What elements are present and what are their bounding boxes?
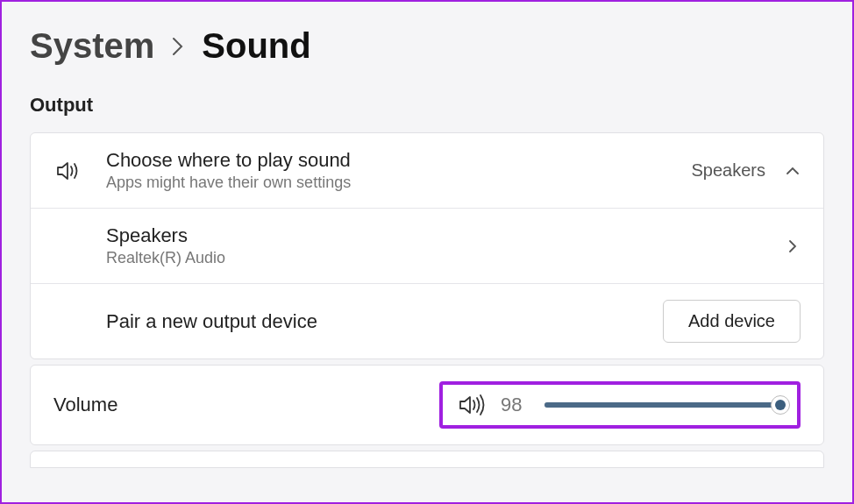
breadcrumb: System Sound [30, 26, 824, 66]
output-selected-value: Speakers [692, 160, 766, 181]
output-expander-row[interactable]: Choose where to play sound Apps might ha… [31, 133, 823, 209]
speaker-icon [53, 160, 85, 182]
add-device-button[interactable]: Add device [663, 300, 801, 343]
device-name: Speakers [106, 224, 785, 247]
volume-label: Volume [53, 394, 439, 416]
section-output-title: Output [30, 94, 824, 117]
volume-controls-highlight: 98 [439, 381, 801, 429]
pair-device-row: Pair a new output device Add device [31, 284, 823, 358]
output-expander-title: Choose where to play sound [106, 149, 692, 172]
output-card: Choose where to play sound Apps might ha… [30, 132, 824, 359]
breadcrumb-parent[interactable]: System [30, 26, 154, 66]
volume-row: Volume 98 [30, 365, 824, 445]
breadcrumb-current: Sound [202, 26, 310, 66]
pair-device-label: Pair a new output device [106, 310, 663, 333]
chevron-right-icon [172, 37, 184, 56]
speaker-icon[interactable] [459, 394, 487, 416]
device-speakers-row[interactable]: Speakers Realtek(R) Audio [31, 209, 823, 284]
volume-slider-thumb[interactable] [771, 395, 790, 415]
chevron-up-icon [785, 167, 801, 175]
chevron-right-icon [785, 239, 801, 253]
next-card-partial [30, 451, 824, 468]
output-expander-subtitle: Apps might have their own settings [106, 174, 692, 192]
volume-slider[interactable] [544, 394, 785, 415]
device-driver: Realtek(R) Audio [106, 249, 785, 267]
volume-value: 98 [501, 394, 530, 416]
